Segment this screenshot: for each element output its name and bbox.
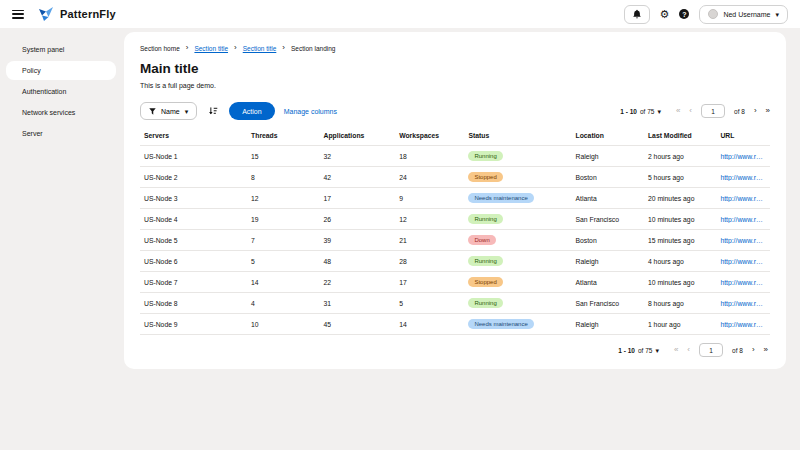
first-page-button[interactable]: « bbox=[674, 346, 678, 354]
page-number-input[interactable] bbox=[701, 104, 725, 118]
url-link[interactable]: http://www.redhat.c... bbox=[720, 174, 766, 181]
url-link[interactable]: http://www.redhat.c... bbox=[720, 216, 766, 223]
chevron-right-icon: › bbox=[186, 44, 189, 52]
column-header-threads: Threads bbox=[247, 126, 319, 146]
hamburger-menu-icon[interactable] bbox=[12, 10, 24, 19]
breadcrumb-item[interactable]: Section home bbox=[140, 45, 180, 52]
bell-icon bbox=[632, 9, 642, 19]
cell-status: Stopped bbox=[464, 272, 571, 293]
cell-location: Boston bbox=[572, 167, 644, 188]
cell-threads: 10 bbox=[247, 314, 319, 335]
cell-server: US-Node 3 bbox=[140, 188, 247, 209]
url-link[interactable]: http://www.redhat.c... bbox=[720, 279, 766, 286]
last-page-button[interactable]: » bbox=[764, 346, 768, 354]
pagination-range-dropdown[interactable]: 1 - 10 of 75 ▾ bbox=[620, 108, 661, 115]
cell-applications: 22 bbox=[320, 272, 396, 293]
page-number-input[interactable] bbox=[699, 343, 723, 357]
last-page-button[interactable]: » bbox=[766, 107, 770, 115]
page-title: Main title bbox=[140, 61, 770, 76]
cell-workspaces: 5 bbox=[395, 293, 464, 314]
action-button[interactable]: Action bbox=[229, 102, 274, 120]
status-badge: Running bbox=[468, 151, 502, 161]
prev-page-button[interactable]: ‹ bbox=[689, 107, 692, 115]
cell-threads: 8 bbox=[247, 167, 319, 188]
cell-last-modified: 10 minutes ago bbox=[644, 272, 716, 293]
pagination-of-pages: of 8 bbox=[732, 347, 743, 354]
cell-applications: 31 bbox=[320, 293, 396, 314]
sidebar-item-network-services[interactable]: Network services bbox=[6, 103, 116, 122]
cell-last-modified: 4 hours ago bbox=[644, 251, 716, 272]
sidebar-item-system-panel[interactable]: System panel bbox=[6, 40, 116, 59]
breadcrumb: Section home › Section title › Section t… bbox=[140, 44, 770, 52]
breadcrumb-link[interactable]: Section title bbox=[194, 45, 228, 52]
sidebar: System panel Policy Authentication Netwo… bbox=[0, 28, 122, 450]
cell-threads: 14 bbox=[247, 272, 319, 293]
url-link[interactable]: http://www.redhat.c... bbox=[720, 237, 766, 244]
column-header-applications: Applications bbox=[320, 126, 396, 146]
url-link[interactable]: http://www.redhat.c... bbox=[720, 321, 766, 328]
pagination-total: of 75 bbox=[640, 108, 654, 115]
user-dropdown[interactable]: Ned Username ▾ bbox=[699, 5, 788, 24]
servers-table: Servers Threads Applications Workspaces … bbox=[140, 126, 770, 334]
cell-url: http://www.redhat.c... bbox=[716, 251, 770, 272]
settings-gear-icon[interactable]: ⚙ bbox=[660, 9, 670, 20]
table-header-row: Servers Threads Applications Workspaces … bbox=[140, 126, 770, 146]
sort-icon bbox=[208, 106, 218, 116]
column-header-location: Location bbox=[572, 126, 644, 146]
next-page-button[interactable]: › bbox=[752, 346, 755, 354]
cell-status: Running bbox=[464, 251, 571, 272]
cell-threads: 12 bbox=[247, 188, 319, 209]
pagination-range-dropdown[interactable]: 1 - 10 of 75 ▾ bbox=[618, 347, 659, 354]
breadcrumb-link[interactable]: Section title bbox=[243, 45, 277, 52]
chevron-down-icon: ▾ bbox=[185, 108, 189, 115]
prev-page-button[interactable]: ‹ bbox=[687, 346, 690, 354]
masthead-actions: ⚙ ? Ned Username ▾ bbox=[624, 5, 788, 24]
column-header-workspaces: Workspaces bbox=[395, 126, 464, 146]
sort-button[interactable] bbox=[206, 106, 220, 116]
column-header-last-modified: Last Modified bbox=[644, 126, 716, 146]
url-link[interactable]: http://www.redhat.c... bbox=[720, 153, 766, 160]
page-subtitle: This is a full page demo. bbox=[140, 82, 770, 89]
status-badge: Needs maintenance bbox=[468, 193, 533, 203]
url-link[interactable]: http://www.redhat.c... bbox=[720, 195, 766, 202]
next-page-button[interactable]: › bbox=[754, 107, 757, 115]
cell-workspaces: 28 bbox=[395, 251, 464, 272]
url-link[interactable]: http://www.redhat.c... bbox=[720, 300, 766, 307]
first-page-button[interactable]: « bbox=[676, 107, 680, 115]
cell-last-modified: 10 minutes ago bbox=[644, 209, 716, 230]
sidebar-item-policy[interactable]: Policy bbox=[6, 61, 116, 80]
cell-status: Running bbox=[464, 209, 571, 230]
name-filter-dropdown[interactable]: Name ▾ bbox=[140, 102, 197, 120]
cell-location: San Francisco bbox=[572, 293, 644, 314]
pagination-total: of 75 bbox=[638, 347, 652, 354]
cell-threads: 4 bbox=[247, 293, 319, 314]
column-header-url: URL bbox=[716, 126, 770, 146]
help-icon[interactable]: ? bbox=[679, 9, 689, 19]
status-badge: Needs maintenance bbox=[468, 319, 533, 329]
table-row: US-Node 4 19 26 12 Running San Francisco… bbox=[140, 209, 770, 230]
manage-columns-link[interactable]: Manage columns bbox=[284, 108, 337, 115]
pagination-range: 1 - 10 bbox=[620, 108, 637, 115]
status-badge: Running bbox=[468, 256, 502, 266]
cell-last-modified: 20 minutes ago bbox=[644, 188, 716, 209]
sidebar-item-authentication[interactable]: Authentication bbox=[6, 82, 116, 101]
cell-url: http://www.redhat.c... bbox=[716, 293, 770, 314]
cell-threads: 7 bbox=[247, 230, 319, 251]
url-link[interactable]: http://www.redhat.c... bbox=[720, 258, 766, 265]
cell-status: Needs maintenance bbox=[464, 188, 571, 209]
brand: PatternFly bbox=[38, 6, 116, 22]
pagination-nav: « ‹ of 8 › » bbox=[676, 104, 770, 118]
notifications-button[interactable] bbox=[624, 5, 650, 24]
pagination-nav: « ‹ of 8 › » bbox=[674, 343, 768, 357]
cell-server: US-Node 5 bbox=[140, 230, 247, 251]
sidebar-item-server[interactable]: Server bbox=[6, 124, 116, 143]
table-row: US-Node 2 8 42 24 Stopped Boston 5 hours… bbox=[140, 167, 770, 188]
chevron-down-icon: ▾ bbox=[655, 347, 659, 354]
cell-workspaces: 24 bbox=[395, 167, 464, 188]
table-row: US-Node 9 10 45 14 Needs maintenance Ral… bbox=[140, 314, 770, 335]
cell-server: US-Node 8 bbox=[140, 293, 247, 314]
toolbar: Name ▾ Action Manage columns 1 - 10 of 7… bbox=[140, 102, 770, 120]
cell-location: Atlanta bbox=[572, 272, 644, 293]
cell-last-modified: 15 minutes ago bbox=[644, 230, 716, 251]
patternfly-logo-icon bbox=[38, 6, 54, 22]
